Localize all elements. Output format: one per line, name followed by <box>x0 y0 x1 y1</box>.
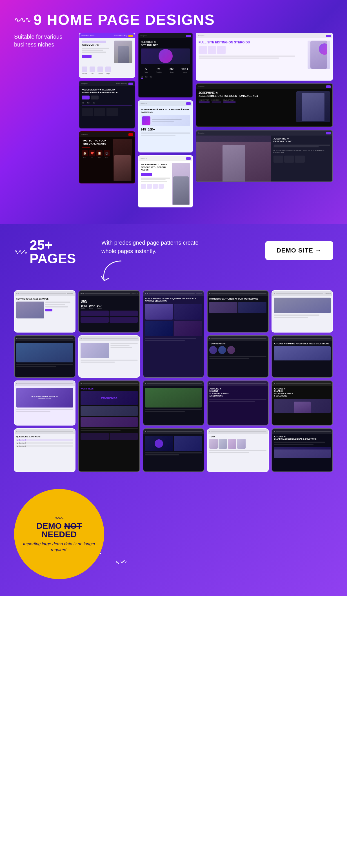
page-card-build: BUILD YOUR DREAMS NOWVeryMountain.ai <box>14 380 75 426</box>
subtitle-block: Suitable for various business niches. ⤵ <box>14 33 70 57</box>
demo-site-button[interactable]: DEMO SITE → <box>265 241 333 260</box>
page-card-moments: MOMENTS CAPTURED AT OUR WORKSPACE <box>207 290 269 333</box>
page-card-service-detail: Josephine SERVICE DETAIL PAGE EXAMPLE <box>14 290 75 333</box>
page-card-landscape <box>143 380 204 426</box>
subtitle-text: Suitable for various business niches. <box>14 33 70 49</box>
page-card-team2: Team <box>207 428 269 472</box>
main-heading: 9 HOME PAGE DESIGNS <box>33 11 215 28</box>
card-help-people: Josephine WE ARE HERE TO HELP PEOPLE WIT… <box>138 155 193 208</box>
pages-mosaic-grid: Josephine SERVICE DETAIL PAGE EXAMPLE <box>14 290 333 472</box>
section-home-designs: ∿∿∿ 9 HOME PAGE DESIGNS Suitable for var… <box>0 0 347 224</box>
page-card-team: Team Members <box>207 335 269 378</box>
page-card-stats: Josephine 365 100% Quality 10K+ Clients <box>78 290 140 333</box>
card-flexible: Josephine FLEXIBLE ✳SITE BUILDER <box>138 33 193 97</box>
page-card-about <box>78 335 140 378</box>
card-optician: Josephine <box>196 130 333 182</box>
page-card-blog-right: Josephine <box>272 290 333 333</box>
wavy-icon-2: ∿∿∿ <box>14 248 27 256</box>
demo-not-needed-word: NEEDED <box>41 530 76 538</box>
page-card-work: Josephine MOLLIS MAURIS TELLUS ALIQUAM U… <box>143 290 204 378</box>
demo-not-needed-section: ∿∿∿ DEMO NOT NEEDED Importing large demo… <box>14 478 333 579</box>
page-card-joycone1: JOYCONE ✳SHARINGACCESSIBLE IDEAS& SOLUTI… <box>207 380 269 426</box>
page-card-wp <box>143 428 204 472</box>
wavy-small-icon: ∿∿∿ <box>55 516 63 520</box>
card-josephine-digital: Josephine JOSEPHINE ✳ACCESSIBLE DIGITAL … <box>196 84 333 127</box>
card-protecting: Josephine PROTECTING YOUR PERSONAL RIGHT… <box>79 131 135 183</box>
wavy-icon: ∿∿∿ <box>14 15 30 25</box>
page-card-joycone2: JOYCONE ✳SHARINGACCESSIBLE IDEAS& SOLUTI… <box>272 380 333 426</box>
demo-not-subtitle: Importing large demo data is no longer r… <box>23 541 96 553</box>
card-wordpress: Josephine WORDPRESS ✳ FULL SITE EDITING … <box>138 100 193 152</box>
pages-description: With predesigned page patterns create wh… <box>101 239 209 255</box>
page-card-qa: Questions & Answers ▶ Question 1 ▶ Quest… <box>14 428 75 472</box>
designs-grid: Josephine Press Home About Blog #account… <box>79 33 333 208</box>
page-card-sharing: JOYCONE ✳ SHARING ACCESSIBLE IDEAS & SOL… <box>272 335 333 378</box>
card-fullsite-editing: Josephine FULL SITE EDITING ON STEROIDS <box>196 33 333 81</box>
card-accountant: Josephine Press Home About Blog #account… <box>79 33 135 78</box>
section-pages: ∿∿∿ 25+ PAGES With predesigned page patt… <box>0 224 347 596</box>
wavy-decor-bottom: ∿∿∿ <box>115 558 127 566</box>
page-card-blog-tall: WordPress WordPress <box>78 380 140 472</box>
arrow-curve-svg <box>96 258 130 286</box>
card-accessibility: Josephine Home About Blog ACCESSIBILITY … <box>79 81 135 128</box>
demo-not-needed-circle: ∿∿∿ DEMO NOT NEEDED Importing large demo… <box>14 489 104 579</box>
demo-not-title: DEMO NOT <box>36 522 82 530</box>
page-card-photo <box>14 335 75 378</box>
page-card-final: JOYCONE ✳SHARING ACCESSIBLE IDEAS & SOLU… <box>272 428 333 472</box>
pages-heading: 25+ PAGES <box>30 239 93 266</box>
section-heading-row: ∿∿∿ 9 HOME PAGE DESIGNS <box>14 11 333 28</box>
